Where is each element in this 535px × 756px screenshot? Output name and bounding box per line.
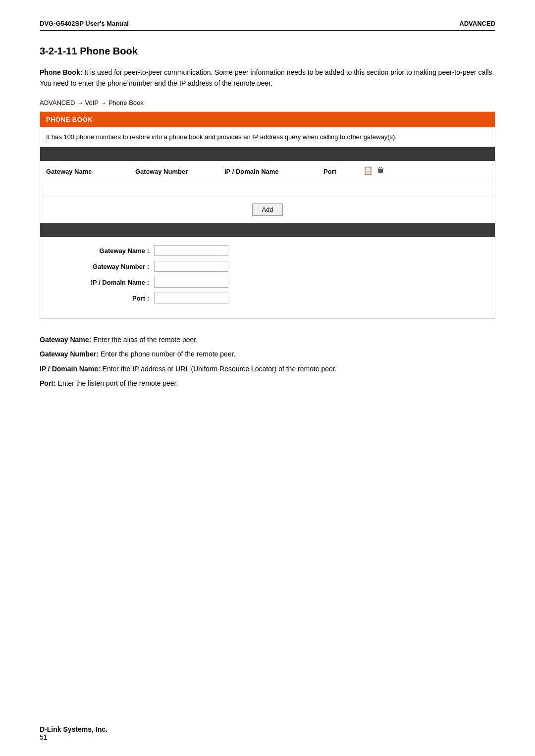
desc-gateway-name: Gateway Name: Enter the alias of the rem… (40, 334, 495, 346)
footer: D-Link Systems, Inc. 51 (40, 725, 495, 741)
footer-company: D-Link Systems, Inc. 51 (40, 725, 107, 741)
delete-icon[interactable]: 🗑 (377, 166, 388, 177)
col-header-gateway-name: Gateway Name (46, 168, 135, 175)
desc-ip-domain-bold: IP / Domain Name: (40, 365, 101, 373)
intro-paragraph: Phone Book: It is used for peer-to-peer … (40, 67, 495, 89)
table-section: Gateway Name Gateway Number IP / Domain … (40, 161, 495, 223)
desc-gateway-name-text: Enter the alias of the remote peer. (91, 336, 198, 344)
description-block: Gateway Name: Enter the alias of the rem… (40, 334, 495, 390)
add-button[interactable]: Add (252, 203, 282, 216)
desc-port: Port: Enter the listen port of the remot… (40, 377, 495, 390)
cell-ip-domain (224, 183, 323, 193)
cell-gateway-number (135, 183, 224, 193)
col-header-ip-domain: IP / Domain Name (224, 168, 323, 175)
form-row-ip-domain: IP / Domain Name : (55, 277, 480, 288)
col-header-gateway-number: Gateway Number (135, 168, 224, 175)
page-title: 3-2-1-11 Phone Book (40, 46, 495, 57)
form-row-port: Port : (55, 293, 480, 303)
table-row (40, 180, 495, 197)
ip-domain-input[interactable] (154, 277, 228, 288)
desc-port-bold: Port: (40, 379, 56, 387)
desc-gateway-number: Gateway Number: Enter the phone number o… (40, 348, 495, 360)
intro-text: It is used for peer-to-peer communicatio… (40, 68, 494, 87)
form-section: Gateway Name : Gateway Number : IP / Dom… (40, 237, 495, 318)
table-header-row: Gateway Name Gateway Number IP / Domain … (40, 161, 495, 180)
intro-bold: Phone Book: (40, 68, 82, 76)
desc-ip-domain-text: Enter the IP address or URL (Uniform Res… (101, 365, 337, 373)
breadcrumb: ADVANCED → VoIP → Phone Book (40, 99, 495, 106)
phonebook-panel: PHONE BOOK It has 100 phone numbers to r… (40, 111, 495, 319)
gateway-name-input[interactable] (154, 245, 228, 256)
gateway-number-input[interactable] (154, 261, 228, 272)
manual-title: DVG-G5402SP User's Manual (40, 20, 129, 27)
dark-bar-top (40, 147, 495, 161)
form-label-gateway-number: Gateway Number : (55, 263, 154, 270)
form-label-gateway-name: Gateway Name : (55, 247, 154, 254)
cell-gateway-name (46, 183, 135, 193)
form-label-ip-domain: IP / Domain Name : (55, 279, 154, 286)
company-name: D-Link Systems, Inc. (40, 725, 107, 733)
cell-port (323, 183, 363, 193)
section-label: ADVANCED (459, 20, 495, 27)
form-label-port: Port : (55, 295, 154, 302)
dark-bar-bottom (40, 223, 495, 237)
add-row: Add (40, 197, 495, 223)
desc-gateway-name-bold: Gateway Name: (40, 336, 91, 344)
phonebook-header: PHONE BOOK (40, 112, 495, 127)
desc-ip-domain: IP / Domain Name: Enter the IP address o… (40, 363, 495, 375)
form-row-gateway-name: Gateway Name : (55, 245, 480, 256)
col-header-actions: 📋 🗑 (363, 166, 388, 177)
form-row-gateway-number: Gateway Number : (55, 261, 480, 272)
edit-icon[interactable]: 📋 (363, 166, 374, 177)
port-input[interactable] (154, 293, 228, 303)
desc-gateway-number-bold: Gateway Number: (40, 350, 99, 358)
desc-port-text: Enter the listen port of the remote peer… (56, 379, 178, 387)
col-header-port: Port (323, 168, 363, 175)
desc-gateway-number-text: Enter the phone number of the remote pee… (99, 350, 235, 358)
page-number: 51 (40, 733, 48, 741)
phonebook-description: It has 100 phone numbers to restore into… (40, 127, 495, 148)
